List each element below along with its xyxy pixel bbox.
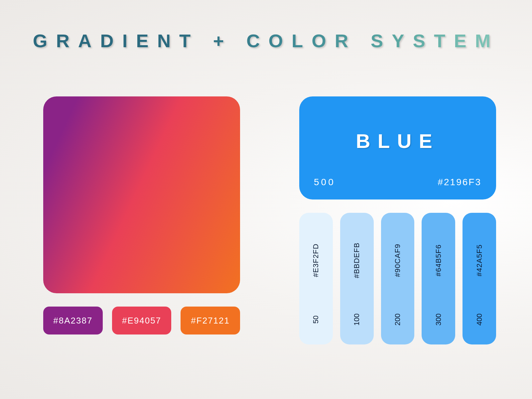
shade-number: 50 [312,316,320,324]
gradient-stop-hex: #E94057 [122,316,161,326]
gradient-stop-chip: #8A2387 [43,307,103,334]
shade-row: #E3F2FD 50 #BBDEFB 100 #90CAF9 200 #64B5… [299,213,496,344]
shade-hex: #64B5F6 [434,244,443,276]
shade-chip: #90CAF9 200 [381,213,415,344]
shade-chip: #64B5F6 300 [422,213,455,344]
shade-hex: #90CAF9 [393,244,402,277]
color-main-hex: #2196F3 [438,177,481,188]
gradient-stop-hex: #8A2387 [53,316,92,326]
color-name: BLUE [299,130,496,153]
page-title: GRADIENT + COLOR SYSTEM [0,30,532,52]
gradient-stop-chip: #E94057 [112,307,172,334]
gradient-stop-row: #8A2387 #E94057 #F27121 [43,307,240,334]
shade-number: 200 [393,314,402,326]
shade-hex: #E3F2FD [312,243,320,277]
shade-number: 400 [475,314,484,326]
shade-chip: #E3F2FD 50 [299,213,333,344]
shade-chip: #42A5F5 400 [463,213,496,344]
gradient-stop-hex: #F27121 [191,316,230,326]
gradient-swatch [43,96,240,293]
gradient-stop-chip: #F27121 [181,307,240,334]
color-main-swatch: BLUE 500 #2196F3 [299,96,496,200]
shade-hex: #42A5F5 [475,244,484,276]
shade-hex: #BBDEFB [352,242,361,278]
color-main-shade: 500 [314,177,335,188]
shade-number: 100 [352,314,361,326]
shade-number: 300 [434,314,443,326]
shade-chip: #BBDEFB 100 [340,213,374,344]
